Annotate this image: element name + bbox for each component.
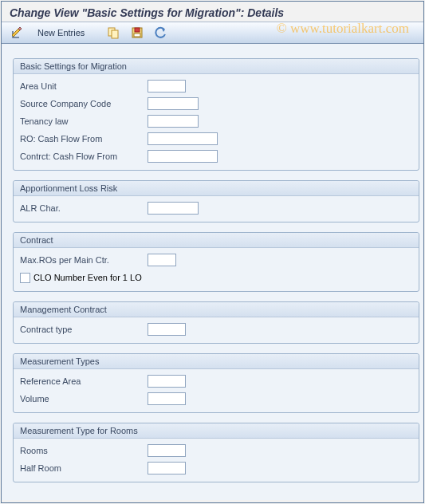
toggle-button[interactable] — [6, 25, 27, 41]
input-volume[interactable] — [148, 392, 186, 405]
input-ref-area[interactable] — [148, 375, 186, 388]
group-title: Apportionment Loss Risk — [14, 181, 419, 196]
group-title: Basic Settings for Migration — [14, 59, 419, 74]
pencil-toggle-icon — [10, 26, 23, 39]
label-half-room: Half Room — [20, 463, 148, 473]
body-area: Basic Settings for Migration Area Unit S… — [2, 44, 423, 500]
page-title: Change View "Basic Settings for Migratio… — [10, 6, 415, 19]
label-max-ros: Max.ROs per Main Ctr. — [20, 255, 148, 265]
toolbar: New Entries — [2, 22, 423, 44]
group-contract: Contract Max.ROs per Main Ctr. CLO Numbe… — [13, 232, 419, 292]
input-area-unit[interactable] — [148, 80, 186, 93]
svg-rect-3 — [135, 28, 140, 32]
label-ref-area: Reference Area — [20, 376, 148, 386]
input-half-room[interactable] — [148, 462, 186, 474]
save-icon — [131, 26, 144, 39]
label-contract-type: Contract type — [20, 325, 148, 334]
label-ro-cashflow: RO: Cash Flow From — [20, 134, 148, 144]
group-measurement-types: Measurement Types Reference Area Volume — [13, 353, 419, 413]
input-contract-type[interactable] — [148, 323, 186, 336]
svg-rect-4 — [134, 33, 140, 37]
group-title: Management Contract — [14, 302, 419, 317]
input-tenancy-law[interactable] — [148, 115, 199, 128]
group-title: Contract — [14, 233, 419, 248]
label-area-unit: Area Unit — [20, 81, 148, 91]
save-button[interactable] — [127, 25, 148, 41]
input-rooms[interactable] — [148, 444, 186, 457]
input-alr-char[interactable] — [148, 202, 199, 215]
input-contract-cashflow[interactable] — [148, 150, 218, 163]
label-contract-cashflow: Contrct: Cash Flow From — [20, 152, 148, 161]
label-clo-number: CLO Number Even for 1 LO — [33, 273, 142, 282]
undo-icon — [155, 26, 167, 39]
label-alr-char: ALR Char. — [20, 203, 148, 213]
label-tenancy-law: Tenancy law — [20, 116, 148, 126]
group-title: Measurement Types — [14, 354, 419, 369]
copy-button[interactable] — [103, 25, 124, 41]
new-entries-label: New Entries — [34, 28, 88, 37]
input-source-company[interactable] — [148, 97, 199, 110]
group-alr: Apportionment Loss Risk ALR Char. — [13, 180, 419, 222]
undo-button[interactable] — [151, 25, 171, 41]
group-measurement-rooms: Measurement Type for Rooms Rooms Half Ro… — [13, 423, 419, 482]
input-ro-cashflow[interactable] — [148, 132, 218, 145]
input-max-ros[interactable] — [148, 254, 176, 266]
label-source-company: Source Company Code — [20, 99, 148, 108]
header: Change View "Basic Settings for Migratio… — [2, 2, 423, 22]
label-rooms: Rooms — [20, 446, 148, 455]
copy-icon — [107, 26, 120, 39]
group-basic-settings: Basic Settings for Migration Area Unit S… — [13, 58, 419, 171]
new-entries-button[interactable]: New Entries — [30, 25, 92, 41]
group-title: Measurement Type for Rooms — [14, 423, 419, 439]
svg-rect-1 — [112, 30, 118, 38]
label-volume: Volume — [20, 394, 148, 404]
checkbox-clo-number[interactable] — [20, 273, 30, 283]
group-management-contract: Management Contract Contract type — [13, 301, 419, 344]
